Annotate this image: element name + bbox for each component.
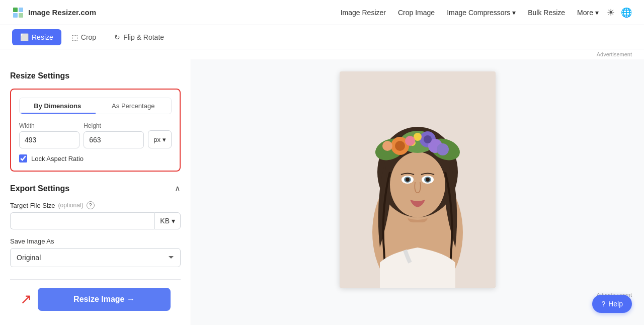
header: Image Resizer.com Image Resizer Crop Ima… [0,0,644,25]
svg-rect-0 [13,8,18,12]
unit-selector[interactable]: px ▾ [148,130,172,148]
save-as-select[interactable]: Original JPG PNG WEBP GIF [10,248,181,267]
tab-as-percentage[interactable]: As Percentage [96,98,172,114]
height-label: Height [84,122,144,129]
resize-btn-area: ↗ Resize Image → [10,279,181,319]
logo-area: Image Resizer.com [12,7,96,19]
main-layout: Resize Settings By Dimensions As Percent… [0,59,644,325]
nav-crop-image[interactable]: Crop Image [398,9,435,17]
tabs-bar: ⬜ Resize ⬚ Crop ↻ Flip & Rotate [0,25,644,49]
dimensions-inputs-row: Width Height px ▾ [19,122,172,148]
svg-point-26 [405,136,415,146]
chevron-down-icon: ▾ [512,9,516,17]
height-input[interactable] [84,131,144,148]
theme-toggle-button[interactable]: ☀ [607,7,615,18]
nav-icons: ☀ 🌐 [607,7,632,18]
height-group: Height [84,122,144,148]
chevron-down-icon-unit2: ▾ [172,217,175,225]
ad-note-top: Advertisement [0,49,644,59]
tab-resize[interactable]: ⬜ Resize [12,29,61,45]
file-size-input[interactable] [10,212,154,229]
save-image-as-label: Save Image As [10,237,181,245]
resize-settings-title: Resize Settings [10,71,181,80]
nav-image-compressors[interactable]: Image Compressors ▾ [447,9,516,17]
export-settings-section: Export Settings ∧ Target File Size (opti… [10,184,181,267]
export-settings-title: Export Settings [10,184,69,193]
svg-rect-2 [13,13,18,18]
collapse-icon[interactable]: ∧ [175,184,181,193]
file-size-row: KB ▾ [10,212,181,229]
svg-point-9 [390,152,445,217]
save-image-as-group: Save Image As Original JPG PNG WEBP GIF [10,237,181,267]
width-label: Width [19,122,79,129]
rotate-icon: ↻ [114,33,120,41]
target-file-size-group: Target File Size (optional) ? KB ▾ [10,201,181,229]
resize-image-button[interactable]: Resize Image → [38,288,171,311]
tab-by-dimensions[interactable]: By Dimensions [20,98,96,114]
arrow-indicator: ↗ [20,292,32,306]
target-file-size-label: Target File Size (optional) ? [10,201,181,209]
language-button[interactable]: 🌐 [621,7,632,18]
svg-point-15 [426,178,430,182]
width-input[interactable] [19,131,79,148]
sun-icon: ☀ [607,7,615,18]
export-settings-header: Export Settings ∧ [10,184,181,193]
resize-icon: ⬜ [20,33,29,41]
svg-rect-1 [19,8,23,12]
file-size-unit-selector[interactable]: KB ▾ [154,212,181,229]
sidebar: Resize Settings By Dimensions As Percent… [0,59,191,325]
help-icon: ? [601,300,605,308]
svg-point-27 [437,143,449,155]
nav-bulk-resize[interactable]: Bulk Resize [528,9,565,17]
svg-point-20 [395,141,405,151]
nav-image-resizer[interactable]: Image Resizer [341,9,386,17]
help-button[interactable]: ? Help [592,295,632,313]
image-preview-container [340,71,496,288]
chevron-down-icon-more: ▾ [595,9,599,17]
tab-flip-rotate[interactable]: ↻ Flip & Rotate [106,29,172,45]
svg-point-28 [382,141,392,151]
ad-note-bottom: Advertisement [203,288,632,302]
svg-point-14 [406,178,410,182]
nav-more[interactable]: More ▾ [577,9,599,17]
lock-aspect-ratio-label: Lock Aspect Ratio [31,155,84,162]
resize-settings-box: By Dimensions As Percentage Width Height… [10,89,181,172]
content-area: Advertisement [191,59,644,325]
lock-aspect-ratio-row: Lock Aspect Ratio [19,154,172,162]
info-icon[interactable]: ? [87,201,95,209]
globe-icon: 🌐 [621,7,632,18]
tab-crop[interactable]: ⬚ Crop [63,29,104,45]
svg-rect-3 [19,13,23,18]
dimension-tabs: By Dimensions As Percentage [19,98,172,114]
logo-text: Image Resizer.com [28,8,96,17]
width-group: Width [19,122,79,148]
lock-aspect-ratio-checkbox[interactable] [19,154,27,162]
svg-point-23 [424,135,432,143]
chevron-down-icon-unit: ▾ [163,136,166,143]
nav-links: Image Resizer Crop Image Image Compresso… [341,9,599,17]
crop-icon: ⬚ [71,33,78,41]
resize-settings-section: Resize Settings By Dimensions As Percent… [10,71,181,172]
logo-icon [12,7,24,19]
portrait-svg [340,71,496,288]
